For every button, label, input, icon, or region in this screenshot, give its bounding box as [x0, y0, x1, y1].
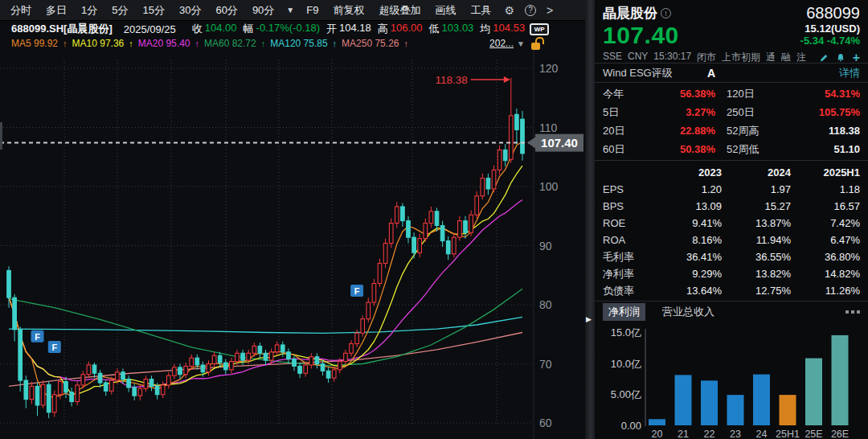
pencil-icon[interactable]	[819, 53, 829, 63]
status-item: 闭市	[697, 51, 716, 64]
candle-body	[53, 395, 57, 412]
fin-value: 16.57	[791, 200, 860, 212]
field-value: 104.00	[205, 22, 237, 36]
collapse-arrow-icon[interactable]: ▶	[586, 315, 592, 323]
candle-body	[293, 359, 297, 367]
candle-body	[309, 357, 313, 365]
candle-body	[446, 241, 450, 254]
price-tag-notch	[527, 137, 535, 149]
fin-value: 13.82%	[722, 268, 791, 280]
symbol-label[interactable]: 688099.SH[晶晨股份]	[11, 22, 113, 36]
bar-x-label: 26E	[831, 429, 849, 439]
bar-25H1	[780, 395, 796, 425]
mini-chart-tab-0[interactable]: 净利润	[603, 303, 645, 321]
field-label: 低	[429, 22, 440, 36]
candle-body	[116, 372, 120, 380]
bar-24	[753, 375, 770, 425]
wp-monitor-icon[interactable]: WP	[530, 23, 549, 35]
perf-value: 105.75%	[789, 106, 860, 118]
y-axis-tick: 70	[539, 358, 552, 371]
candle-body	[207, 364, 211, 372]
candle-body	[510, 116, 514, 159]
candle-body	[452, 237, 457, 254]
candle-body	[149, 380, 154, 387]
toolbar-action-2[interactable]: 画线	[428, 3, 463, 18]
candle-body	[287, 352, 291, 359]
candle-body	[418, 239, 422, 253]
candlestick-chart[interactable]: 12011010090807060FFF118.38107.40	[0, 50, 585, 439]
candle-body	[361, 319, 365, 334]
period-tab-1[interactable]: 多日	[39, 3, 74, 18]
bar-25E	[805, 359, 822, 425]
fin-column-header: 2024	[722, 166, 791, 178]
candle-body	[41, 384, 45, 405]
help-icon[interactable]: ?	[525, 5, 536, 16]
toolbar-actions: 前复权超级叠加画线工具	[326, 3, 498, 18]
chevron-down-icon[interactable]: ▼	[517, 39, 525, 48]
candle-body	[298, 366, 302, 373]
candle-body	[389, 224, 393, 244]
price-tag-label: 107.40	[541, 136, 578, 150]
fin-value: 36.55%	[722, 251, 791, 263]
gear-icon[interactable]: ⚙	[498, 4, 520, 17]
date-label: 2025/09/25	[124, 23, 176, 35]
event-flag-label: F	[354, 286, 360, 296]
add-to-watchlist-icon[interactable]: +	[853, 53, 860, 63]
candle-body	[212, 355, 216, 363]
financials-row: 净利率9.29%13.82%14.82%	[603, 265, 860, 282]
f9-button[interactable]: F9	[299, 4, 326, 16]
left-panel-handle[interactable]	[0, 122, 2, 150]
candle-body	[355, 333, 359, 343]
candle-body	[13, 297, 17, 330]
candle-body	[429, 211, 433, 224]
perf-label: 60日	[603, 142, 649, 157]
trend-up-arrow-icon: ↑	[194, 39, 199, 48]
candle-body	[424, 224, 428, 239]
toolbar-action-3[interactable]: 工具	[463, 3, 498, 18]
trend-up-arrow-icon: ↑	[333, 39, 338, 48]
panel-splitter[interactable]: ▶	[585, 0, 595, 439]
mini-chart-tab-1[interactable]: 营业总收入	[657, 303, 720, 321]
candle-body	[440, 226, 444, 241]
bar-y-tick: 5.00亿	[611, 389, 641, 401]
y-axis-tick: 90	[539, 240, 552, 252]
candle-body	[264, 353, 268, 360]
period-tab-5[interactable]: 30分	[172, 3, 208, 18]
candle-body	[401, 207, 405, 221]
chart-toolbar: 分时多日1分5分15分30分60分90分 ▼ F9 前复权超级叠加画线工具 ⚙ …	[0, 0, 585, 21]
candle-body	[481, 178, 485, 196]
candle-body	[98, 373, 102, 383]
fin-row-label: ROA	[603, 234, 653, 246]
toolbar-overflow-chevron-icon[interactable]: >	[541, 4, 559, 17]
annotation-arrowhead	[504, 76, 510, 83]
perf-value: 54.31%	[789, 88, 860, 100]
period-tab-3[interactable]: 5分	[104, 3, 135, 18]
perf-value: 50.38%	[649, 143, 727, 155]
info-icon[interactable]: !	[661, 8, 671, 18]
candle-body	[110, 380, 114, 391]
more-menu-icon[interactable]	[845, 310, 860, 314]
price-change: -5.34 -4.74%	[800, 35, 860, 47]
date-range-dropdown[interactable]: 202...	[489, 38, 514, 49]
bell-icon[interactable]	[836, 53, 845, 63]
fin-value: 14.82%	[791, 268, 860, 280]
perf-label: 52周低	[727, 142, 789, 157]
period-dropdown-icon[interactable]: ▼	[281, 6, 299, 14]
period-tab-0[interactable]: 分时	[3, 3, 39, 18]
candle-body	[184, 366, 188, 374]
high-annotation: 118.38	[436, 74, 468, 86]
esg-label: Wind ESG评级	[603, 66, 673, 80]
toolbar-action-1[interactable]: 超级叠加	[371, 3, 428, 18]
bar-x-label: 20	[652, 429, 663, 439]
period-tab-4[interactable]: 15分	[135, 3, 171, 18]
financials-row: EPS1.201.971.18	[603, 181, 860, 198]
last-price: 107.40	[603, 23, 679, 48]
candle-body	[338, 362, 342, 370]
period-tab-2[interactable]: 1分	[74, 3, 104, 18]
period-tab-7[interactable]: 90分	[245, 3, 281, 18]
period-tab-6[interactable]: 60分	[208, 3, 244, 18]
esg-detail-link[interactable]: 详情	[839, 66, 860, 80]
unlock-icon[interactable]	[531, 38, 542, 50]
toolbar-action-0[interactable]: 前复权	[326, 3, 371, 18]
stock-name: 晶晨股份	[603, 4, 657, 23]
